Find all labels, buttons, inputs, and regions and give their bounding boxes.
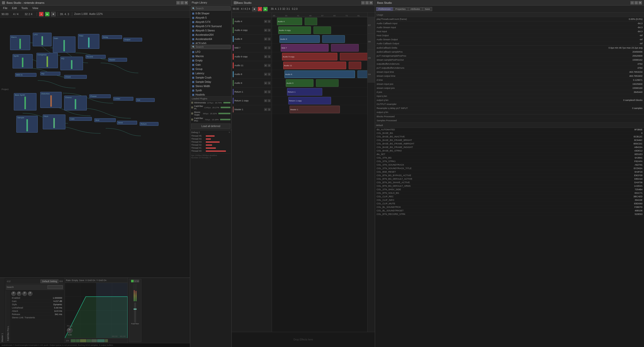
knob-2[interactable] [17,291,21,296]
track-mute-btn[interactable]: M [264,82,267,85]
track-mute-btn[interactable]: M [264,29,267,32]
track-solo-btn[interactable]: S [268,29,271,32]
clip-row-7[interactable]: Audio 9 [272,79,367,88]
maximize-button[interactable]: □ [180,1,184,5]
param-list-item-20[interactable]: COL_CLIP_INFO 39415E [375,198,644,202]
param-list-item-23[interactable]: COL_BL_SOUNDTRKSET 46B106 [375,209,644,212]
clip-5[interactable]: Audio 11 [283,62,346,69]
clip-2[interactable]: Audio 8 [279,35,320,43]
node-block-19[interactable]: Limiter [113,97,133,101]
clip-row-9[interactable]: Return 1 copy [272,96,367,105]
clip-row-10[interactable]: Master 1 [272,105,367,114]
daw-maximize-button[interactable]: □ [365,1,369,5]
param-list-item-7[interactable]: dio_SET 0E51E3 [375,152,644,156]
drop-effects-area[interactable]: Drop Effects here [232,332,375,347]
param-list-item-10[interactable]: COL_STN_SOUNDTRACK A62741 [375,163,644,167]
track-mute-btn[interactable]: M [264,90,267,93]
track-mute-btn[interactable]: M [264,46,267,49]
track-mute-btn[interactable]: M [264,99,267,102]
tab-attributes[interactable]: Attributes [408,7,422,11]
loaded-plugin-2[interactable]: Bionic Supa 889µs 15.32% [190,110,231,117]
param-list-item-6[interactable]: COL_BASE_BG_STRK0 43DE12 [375,149,644,152]
clip2-5[interactable] [349,62,361,69]
node-canvas[interactable]: Macro LFO Gain Filter Delay Output Synth… [0,18,190,278]
plugin-item-0[interactable]: 8-Bit Shaper [190,11,231,16]
plugin-search-box[interactable]: 🔍 [191,6,231,11]
param-list-item-24[interactable]: COL_BTN_RECORD_STRK 520E63 [375,212,644,216]
channel-solo-btn[interactable]: S [134,280,136,282]
default-setting-button[interactable]: Default Setting [41,280,58,283]
track-header-8[interactable]: Return 1 M S [232,88,272,96]
node-block-4[interactable]: Filter [78,34,99,49]
clip-4[interactable]: Audio 9 copy [282,53,337,60]
track-header-9[interactable]: Return 1 copy M S [232,96,272,105]
node-block-1[interactable]: Macro [10,35,30,50]
envelope-area[interactable]: Rate Empty Save X Grid On Y Grid On [65,278,128,343]
track-mute-btn[interactable]: M [264,73,267,76]
track-solo-btn[interactable]: S [268,64,271,67]
clip-row-5[interactable]: Audio 11 [272,61,367,70]
track-solo-btn[interactable]: S [268,73,271,76]
arrangement-area[interactable]: 95334149576573818997105113 Audio 4Audio … [272,13,367,332]
clip-6[interactable]: Audio 8 [285,70,355,78]
param-list-item-4[interactable]: COL_BASE_BG_FRAME_INBRIGHT B55CDC [375,142,644,145]
macros-item-5[interactable]: Latency [190,71,231,75]
clip-3[interactable]: Midi 7 [281,44,329,52]
macros-item-6[interactable]: Sample Crush [190,75,231,80]
node-block-10[interactable]: Reverb [86,55,106,59]
param-list-item-22[interactable]: COL_BL_SOUNDTRCK F3807D [375,205,644,209]
node-block-25[interactable]: Send [117,121,137,125]
record-button[interactable]: ● [39,12,44,16]
param-list-item-17[interactable]: COL_STN_SHSV_SIDE 7254B4 [375,188,644,191]
clip2-3[interactable] [331,44,359,52]
clip-row-0[interactable]: Audio 4 [272,17,367,26]
clip2-4[interactable] [340,53,367,60]
track-solo-btn[interactable]: S [268,20,271,23]
track-header-5[interactable]: Audio 11 M S [232,61,272,70]
plugin-item-2[interactable]: Absynth 5 FX [190,20,231,24]
clip-9[interactable]: Return 1 copy [288,97,331,104]
macros-item-0[interactable]: LFO [190,50,231,54]
plugin-item-3[interactable]: Absynth 5 FX Surround [190,24,231,28]
node-block-13[interactable]: Arp [40,72,60,75]
param-list-item-3[interactable]: COL_BASE_BG_FRAME_BRIGHT 8C646C [375,138,644,142]
channel-mute-btn[interactable]: M [137,280,139,282]
clip-row-8[interactable]: Return 1 [272,88,367,96]
right-minimize-btn[interactable]: ─ [630,1,634,5]
minimize-button[interactable]: ─ [176,1,180,5]
track-header-0[interactable]: Audio 4 M S [232,17,272,26]
macros-item-2[interactable]: Empty [190,58,231,63]
close-button[interactable]: ✕ [184,1,188,5]
clip-8[interactable]: Return 1 [287,88,322,96]
clip-row-3[interactable]: Midi 7 [272,44,367,52]
track-solo-btn[interactable]: S [268,108,271,111]
menu-edit[interactable]: Edit [10,6,19,10]
node-block-16[interactable]: Distortion [40,92,62,108]
track-header-7[interactable]: Audio 9 M S [232,79,272,88]
track-header-1[interactable]: Audio 4 copy M S [232,26,272,35]
clip2-6[interactable] [357,70,367,78]
menu-view[interactable]: View [30,6,40,10]
param-list-item-12[interactable]: COL_BSE_RESET 8A0F16 [375,170,644,174]
channel-active-btn[interactable] [131,280,134,282]
param-list-item-21[interactable]: COL_CLIP_MUTE EBD060 [375,202,644,205]
param-list-item-18[interactable]: COL_BTN_SOLO_BG 831C71 [375,191,644,195]
node-block-22[interactable]: Pitch [43,114,65,129]
param-list-item-14[interactable]: COL_BTN_BG_DEFAULT_ACTIVE D80A44 [375,177,644,181]
clip-row-2[interactable]: Audio 8 [272,35,367,44]
menu-tools[interactable]: Tools [19,6,30,10]
clip-row-1[interactable]: Audio 4 copy [272,26,367,35]
node-block-11[interactable]: Master [108,58,127,62]
track-solo-btn[interactable]: S [268,99,271,102]
param-list-item-19[interactable]: COL_CLIP_REC 3BCAED [375,195,644,198]
plugin-item-7[interactable]: ACE(x64) [190,41,231,44]
daw-minimize-button[interactable]: ─ [361,1,365,5]
param-list-item-0[interactable]: dio_AUTOMATED 9F3B6E [375,128,644,131]
macros-item-9[interactable]: Synth [190,88,231,93]
track-solo-btn[interactable]: S [268,82,271,85]
daw-rec-btn[interactable]: ● [258,7,262,11]
node-block-20[interactable]: Out [136,98,155,102]
debug-close-btn[interactable]: ✕ [228,131,230,134]
plugin-item-5[interactable]: Acceleration264 [190,33,231,37]
node-block-24[interactable]: Mod [94,118,116,122]
